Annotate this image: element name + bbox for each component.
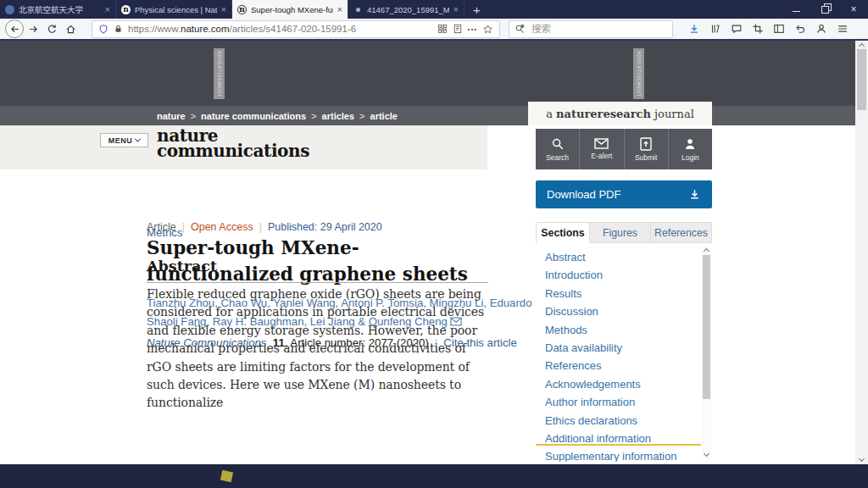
bookmark-star-icon[interactable] bbox=[482, 24, 493, 35]
library-icon bbox=[709, 23, 721, 35]
browser-tab-physical-sciences[interactable]: n Physical sciences | Nature C… × bbox=[116, 0, 232, 19]
section-link-ethics-declarations[interactable]: Ethics declarations bbox=[545, 412, 701, 430]
tab-references[interactable]: References bbox=[651, 222, 712, 243]
downloads-button[interactable] bbox=[685, 19, 704, 38]
sections-scrollbar[interactable] bbox=[702, 246, 711, 459]
section-link-supplementary-information[interactable]: Supplementary information bbox=[545, 447, 701, 462]
restore-button[interactable] bbox=[810, 0, 839, 19]
metrics-link[interactable]: Metrics bbox=[147, 226, 183, 239]
desktop-strip bbox=[0, 464, 868, 488]
reload-button[interactable] bbox=[42, 19, 61, 38]
section-link-references[interactable]: References bbox=[545, 357, 701, 374]
url-input[interactable]: https://www.nature.com/articles/s41467-0… bbox=[92, 20, 500, 38]
university-favicon bbox=[5, 5, 14, 14]
breadcrumb-link-articles[interactable]: articles bbox=[322, 111, 355, 121]
advertisement-strip: ADVERTISEMENT bbox=[633, 48, 644, 99]
advertisement-strip: ADVERTISEMENT bbox=[214, 48, 225, 99]
submit-document-icon bbox=[640, 137, 652, 151]
sidebar-tabs: Sections Figures References bbox=[536, 222, 712, 243]
reader-mode-icon[interactable] bbox=[453, 24, 463, 34]
section-link-abstract[interactable]: Abstract bbox=[545, 248, 701, 266]
sidebar-icon bbox=[773, 23, 785, 35]
scroll-up-icon[interactable] bbox=[704, 248, 709, 254]
scrollbar-thumb[interactable] bbox=[703, 255, 710, 399]
search-icon bbox=[551, 137, 565, 151]
browser-tab-article-active[interactable]: n Super-tough MXene-functio… × bbox=[232, 0, 348, 19]
forward-icon bbox=[28, 24, 39, 35]
library-button[interactable] bbox=[706, 19, 725, 38]
menu-dropdown-button[interactable]: MENU bbox=[100, 133, 148, 147]
back-button[interactable] bbox=[5, 19, 24, 38]
open-access-label[interactable]: Open Access bbox=[191, 221, 253, 233]
download-icon bbox=[688, 23, 700, 35]
user-icon bbox=[683, 137, 697, 151]
breadcrumb-separator: > bbox=[311, 111, 316, 121]
section-link-results[interactable]: Results bbox=[545, 285, 701, 302]
grid-extension-icon[interactable] bbox=[437, 24, 448, 34]
quick-action-bar: Search E-alert Submit Login bbox=[536, 129, 712, 169]
new-tab-button[interactable]: + bbox=[465, 0, 489, 19]
section-link-data-availability[interactable]: Data availability bbox=[545, 339, 701, 357]
scrollbar-thumb[interactable] bbox=[857, 49, 866, 110]
tab-sections[interactable]: Sections bbox=[536, 222, 590, 243]
home-button[interactable] bbox=[61, 19, 80, 38]
tab-close-icon[interactable]: × bbox=[105, 5, 110, 14]
search-input[interactable] bbox=[530, 23, 667, 35]
login-button[interactable]: Login bbox=[669, 129, 712, 169]
download-pdf-button[interactable]: Download PDF bbox=[536, 180, 712, 208]
scroll-down-icon[interactable] bbox=[704, 451, 709, 457]
home-icon bbox=[65, 24, 76, 35]
browser-tab-university[interactable]: 北京航空航天大学 × bbox=[0, 0, 116, 19]
search-icon bbox=[515, 24, 526, 35]
scroll-up-icon[interactable] bbox=[859, 43, 865, 49]
desktop-shortcut-icon[interactable] bbox=[220, 470, 233, 482]
account-icon bbox=[815, 23, 827, 35]
search-button[interactable]: Search bbox=[536, 129, 580, 169]
reload-icon bbox=[47, 24, 58, 35]
breadcrumb-separator: > bbox=[359, 111, 364, 121]
submit-button[interactable]: Submit bbox=[625, 129, 669, 169]
site-header-banner: ADVERTISEMENT ADVERTISEMENT bbox=[0, 41, 855, 106]
page-scrollbar[interactable] bbox=[855, 41, 868, 464]
close-button[interactable]: × bbox=[839, 0, 868, 19]
tab-close-icon[interactable]: × bbox=[337, 5, 342, 14]
forward-button[interactable] bbox=[24, 19, 42, 38]
screenshot-button[interactable] bbox=[748, 19, 767, 38]
account-button[interactable] bbox=[812, 19, 831, 38]
browser-tab-supplement[interactable]: 41467_2020_15991_MOESM… × bbox=[348, 0, 465, 19]
section-link-discussion[interactable]: Discussion bbox=[545, 302, 701, 320]
tab-close-icon[interactable]: × bbox=[221, 5, 226, 14]
messages-button[interactable] bbox=[727, 19, 746, 38]
breadcrumb-link-nature[interactable]: nature bbox=[157, 111, 186, 121]
tab-close-icon[interactable]: × bbox=[453, 5, 459, 14]
section-link-acknowledgements[interactable]: Acknowledgements bbox=[545, 375, 701, 393]
page-actions-icon[interactable]: ••• bbox=[468, 25, 477, 33]
section-link-introduction[interactable]: Introduction bbox=[545, 266, 701, 284]
breadcrumb-link-journal[interactable]: nature communications bbox=[201, 111, 306, 121]
e-alert-button[interactable]: E-alert bbox=[580, 129, 624, 169]
abstract-text: Flexible reduced graphene oxide (rGO) sh… bbox=[147, 286, 494, 413]
lock-icon bbox=[114, 24, 123, 34]
sections-list: Abstract Introduction Results Discussion… bbox=[536, 243, 701, 462]
search-box[interactable] bbox=[509, 20, 673, 38]
scroll-down-icon[interactable] bbox=[859, 456, 865, 462]
section-link-methods[interactable]: Methods bbox=[545, 321, 701, 339]
url-text: https://www.nature.com/articles/s41467-0… bbox=[128, 24, 432, 34]
page-viewport: ADVERTISEMENT ADVERTISEMENT nature > nat… bbox=[0, 41, 855, 464]
download-icon bbox=[688, 188, 701, 201]
sidebar-toggle-button[interactable] bbox=[770, 19, 788, 38]
tab-figures[interactable]: Figures bbox=[590, 222, 651, 243]
tab-title: 41467_2020_15991_MOESM… bbox=[367, 5, 449, 14]
nature-favicon: n bbox=[121, 5, 131, 14]
published-date: Published: 29 April 2020 bbox=[268, 221, 382, 233]
breadcrumb: nature > nature communications > article… bbox=[0, 106, 855, 125]
menu-button[interactable] bbox=[833, 19, 852, 38]
tab-title: Super-tough MXene-functio… bbox=[251, 5, 333, 14]
section-link-author-information[interactable]: Author information bbox=[545, 393, 701, 411]
journal-logo[interactable]: nature communications bbox=[157, 128, 309, 158]
sections-panel: Abstract Introduction Results Discussion… bbox=[536, 243, 712, 462]
undo-button[interactable] bbox=[791, 19, 810, 38]
minimize-button[interactable] bbox=[782, 0, 810, 19]
nature-favicon: n bbox=[237, 5, 247, 14]
section-highlight-underline bbox=[536, 444, 701, 446]
